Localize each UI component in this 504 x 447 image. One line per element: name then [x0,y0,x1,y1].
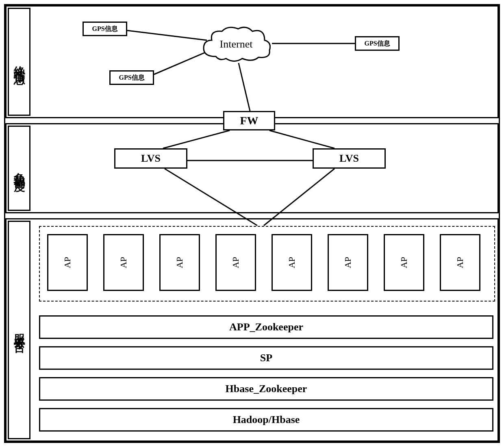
ap-box-3: AP [159,234,200,291]
ap-label: AP [343,257,353,268]
ap-box-4: AP [215,234,256,291]
gps-box-3: GPS信息 [355,36,400,51]
ap-label: AP [230,257,241,268]
section-service: 服务平台 AP AP AP AP AP AP AP AP APP_Zookeep… [5,218,499,442]
internet-cloud: Internet [200,24,273,65]
architecture-diagram: 终端信息 负载调度 服务平台 AP AP AP AP AP AP AP AP A… [4,4,500,443]
ap-box-1: AP [47,234,88,291]
ap-box-2: AP [103,234,144,291]
section-label-load: 负载调度 [8,126,30,211]
ap-label: AP [62,257,73,268]
label-text: 终端信息 [11,57,27,67]
label-text: 服务平台 [11,325,27,335]
ap-box-6: AP [328,234,368,291]
fw-box: FW [223,111,275,130]
section-label-service: 服务平台 [8,221,30,439]
ap-label: AP [287,257,297,268]
ap-box-7: AP [384,234,424,291]
ap-box-8: AP [440,234,480,291]
gps-box-1: GPS信息 [83,22,127,36]
cloud-label: Internet [220,38,253,50]
bar-app-zookeeper: APP_Zookeeper [39,315,493,339]
bar-sp: SP [39,346,493,370]
section-label-terminal: 终端信息 [8,8,30,116]
ap-label: AP [174,257,185,268]
label-text: 负载调度 [11,163,27,173]
ap-box-5: AP [272,234,312,291]
bar-hadoop-hbase: Hadoop/Hbase [39,408,493,432]
bar-hbase-zookeeper: Hbase_Zookeeper [39,377,493,401]
ap-label: AP [455,257,465,268]
lvs-box-2: LVS [313,148,386,169]
gps-box-2: GPS信息 [109,70,154,85]
ap-label: AP [118,257,129,268]
section-load: 负载调度 [5,123,499,213]
ap-label: AP [399,257,409,268]
lvs-box-1: LVS [114,148,187,169]
